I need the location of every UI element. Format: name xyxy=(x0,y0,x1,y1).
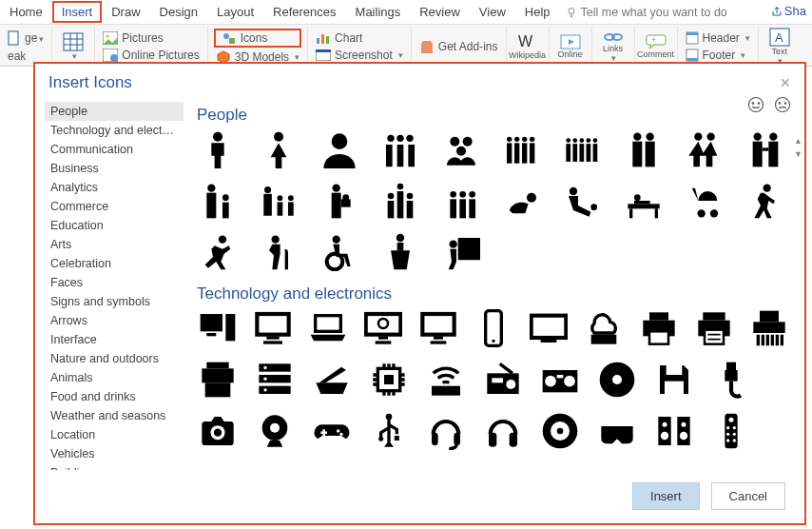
icon-computer[interactable] xyxy=(252,309,294,347)
icon-cd[interactable] xyxy=(539,412,581,450)
cancel-button[interactable]: Cancel xyxy=(711,482,785,510)
category-interface[interactable]: Interface xyxy=(45,330,184,349)
icon-headphones[interactable] xyxy=(482,412,524,450)
icon-speakers[interactable] xyxy=(653,412,695,450)
icon-disc[interactable] xyxy=(596,361,638,399)
insert-button[interactable]: Insert xyxy=(632,482,700,510)
links-button[interactable]: Links xyxy=(598,30,628,63)
icon-webcam[interactable] xyxy=(254,412,296,450)
tab-design[interactable]: Design xyxy=(150,1,207,23)
icon-couple-male[interactable] xyxy=(623,130,665,168)
chart-button[interactable]: Chart xyxy=(314,30,405,46)
icon-printer[interactable] xyxy=(638,309,680,347)
category-people[interactable]: People xyxy=(45,102,184,121)
icon-headset[interactable] xyxy=(425,412,467,450)
icon-remote[interactable] xyxy=(710,412,752,450)
pictures-button[interactable]: Pictures xyxy=(101,30,201,46)
table-button[interactable] xyxy=(58,32,88,61)
icon-team-three[interactable] xyxy=(379,182,421,220)
icon-gamepad[interactable] xyxy=(311,412,353,450)
comment-button[interactable]: +Comment xyxy=(641,34,671,59)
icon-shredder[interactable] xyxy=(748,309,790,347)
screenshot-button[interactable]: Screenshot xyxy=(314,48,405,63)
icon-presenter[interactable] xyxy=(440,233,482,271)
icon-baby-carry[interactable] xyxy=(319,182,360,220)
icon-usb-cable[interactable] xyxy=(710,361,752,399)
textbox-button[interactable]: AText xyxy=(764,28,795,66)
wikipedia-button[interactable]: WWikipedia xyxy=(512,33,543,60)
category-faces[interactable]: Faces xyxy=(45,273,184,292)
category-arrows[interactable]: Arrows xyxy=(45,311,184,330)
close-button[interactable]: ✕ xyxy=(780,75,791,90)
share-button[interactable]: Sha xyxy=(771,4,806,18)
category-weather[interactable]: Weather and seasons xyxy=(45,406,184,425)
online-pictures-button[interactable]: Online Pictures xyxy=(101,48,201,63)
tab-home[interactable]: Home xyxy=(0,1,52,23)
icon-copier[interactable] xyxy=(197,361,239,399)
icon-monitor[interactable] xyxy=(417,309,459,347)
category-celebration[interactable]: Celebration xyxy=(45,254,184,273)
scroll-down-icon[interactable]: ▼ xyxy=(792,147,804,161)
icon-parent-children[interactable] xyxy=(258,182,300,220)
icon-wifi-router[interactable] xyxy=(425,361,467,399)
footer-button[interactable]: Footer xyxy=(684,48,752,63)
icon-walking[interactable] xyxy=(744,182,786,220)
online-video-button[interactable]: Online xyxy=(555,34,586,59)
icon-user-bust[interactable] xyxy=(319,130,360,168)
icon-couple-female[interactable] xyxy=(684,130,725,168)
category-business[interactable]: Business xyxy=(45,159,184,178)
icon-wheelchair[interactable] xyxy=(319,233,360,271)
tell-me-search[interactable]: Tell me what you want to do xyxy=(566,6,727,19)
category-vehicles[interactable]: Vehicles xyxy=(45,444,184,463)
icon-floppy[interactable] xyxy=(653,361,695,399)
icon-vr-headset[interactable] xyxy=(596,412,638,450)
tab-draw[interactable]: Draw xyxy=(102,1,149,23)
category-signs[interactable]: Signs and symbols xyxy=(45,292,184,311)
icons-button[interactable]: Icons xyxy=(214,29,301,48)
icon-scanner[interactable] xyxy=(311,361,353,399)
icon-cloud-sync[interactable] xyxy=(583,309,625,347)
icon-elder-cane[interactable] xyxy=(258,233,300,271)
icon-runner[interactable] xyxy=(197,233,239,271)
icon-cpu-chip[interactable] xyxy=(368,361,410,399)
icon-usb[interactable] xyxy=(368,412,410,450)
icon-group-small[interactable] xyxy=(440,130,482,168)
icon-stereo[interactable] xyxy=(539,361,581,399)
icon-tv[interactable] xyxy=(528,309,570,347)
icon-radio[interactable] xyxy=(482,361,524,399)
header-button[interactable]: Header xyxy=(684,30,752,46)
category-location[interactable]: Location xyxy=(45,425,184,444)
tab-insert[interactable]: Insert xyxy=(52,1,103,23)
icon-family-four[interactable] xyxy=(501,130,543,168)
category-analytics[interactable]: Analytics xyxy=(45,178,184,197)
icon-server[interactable] xyxy=(254,361,296,399)
category-arts[interactable]: Arts xyxy=(45,235,184,254)
get-addins-button[interactable]: Get Add-ins xyxy=(417,39,500,54)
category-food[interactable]: Food and drinks xyxy=(45,387,184,406)
category-education[interactable]: Education xyxy=(45,216,184,235)
icon-group-three[interactable] xyxy=(379,130,421,168)
tab-help[interactable]: Help xyxy=(515,1,560,23)
pages-button[interactable]: ge xyxy=(6,29,46,47)
icon-stroller[interactable] xyxy=(684,182,725,220)
icon-changing-table[interactable] xyxy=(623,182,665,220)
icon-person-woman[interactable] xyxy=(258,130,300,168)
tab-review[interactable]: Review xyxy=(410,1,470,23)
category-animals[interactable]: Animals xyxy=(45,368,184,387)
category-commerce[interactable]: Commerce xyxy=(45,197,184,216)
icon-baby-crawl[interactable] xyxy=(501,182,543,220)
scroll-up-icon[interactable]: ▲ xyxy=(792,134,804,147)
icon-camera[interactable] xyxy=(197,412,239,450)
tab-mailings[interactable]: Mailings xyxy=(346,1,411,23)
icon-couple-hands[interactable] xyxy=(744,130,786,168)
tab-references[interactable]: References xyxy=(263,1,345,23)
category-buildings[interactable]: Buildings xyxy=(45,463,184,470)
icon-children[interactable] xyxy=(440,182,482,220)
icon-laptop[interactable] xyxy=(307,309,349,347)
category-communication[interactable]: Communication xyxy=(45,140,184,159)
icon-smartphone[interactable] xyxy=(473,309,514,347)
tab-layout[interactable]: Layout xyxy=(207,1,263,23)
icon-diaper-change[interactable] xyxy=(562,182,604,220)
tab-view[interactable]: View xyxy=(470,1,515,23)
category-technology[interactable]: Technology and electronics xyxy=(45,121,184,140)
